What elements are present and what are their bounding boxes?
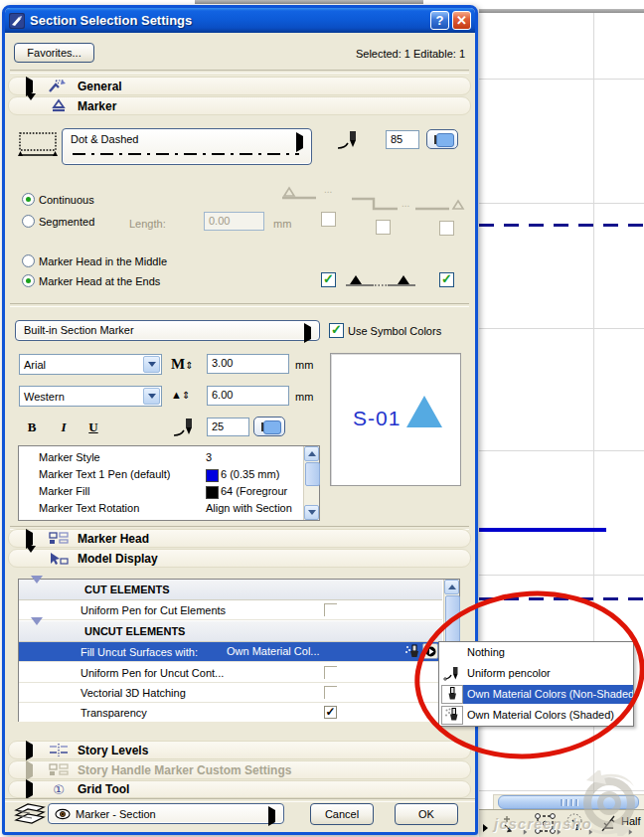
group-collapse-icon[interactable] xyxy=(31,584,43,595)
scroll-up-button[interactable] xyxy=(444,580,459,594)
chevron-right-icon xyxy=(26,533,40,545)
row-label: Uniform Pen for Cut Elements xyxy=(80,604,226,616)
underline-button[interactable]: U xyxy=(82,418,104,435)
svg-text:...: ... xyxy=(324,184,332,195)
grid-line xyxy=(479,450,644,451)
italic-button[interactable]: I xyxy=(53,418,75,435)
bold-label: B xyxy=(28,419,37,435)
scroll-up-button[interactable] xyxy=(304,446,319,461)
section-marker[interactable]: Marker xyxy=(8,96,471,115)
dropdown-arrow-icon[interactable] xyxy=(143,356,160,373)
head-ends-icon xyxy=(344,272,417,290)
segment-style-c-checkbox[interactable] xyxy=(439,221,454,236)
continuous-radio[interactable] xyxy=(22,193,35,206)
marker-size-icon: ▲⇕ xyxy=(171,389,190,401)
section-label: Story Handle Marker Custom Settings xyxy=(78,763,291,777)
vectorial-row[interactable]: Vectorial 3D Hatching xyxy=(19,683,442,703)
chevron-down-icon xyxy=(26,553,40,565)
popup-arrow-icon xyxy=(304,327,311,339)
font-size-input[interactable]: 3.00 xyxy=(207,354,289,374)
chevron-right-icon xyxy=(26,745,40,756)
marker-preview: S-01 xyxy=(330,353,461,486)
style-row-value[interactable]: 3 xyxy=(206,451,212,463)
section-grid-tool[interactable]: ① Grid Tool xyxy=(8,780,471,798)
group-label: CUT ELEMENTS xyxy=(84,584,170,595)
style-row-name[interactable]: Marker Text 1 Pen (default) xyxy=(39,468,170,480)
vectorial-checkbox[interactable] xyxy=(324,686,337,699)
cut-elements-group-row[interactable]: CUT ELEMENTS xyxy=(19,580,442,600)
toggle-color-chip xyxy=(263,420,281,434)
chevron-right-icon xyxy=(26,783,40,795)
head-ends-radio[interactable] xyxy=(22,274,35,287)
segmented-radio[interactable] xyxy=(22,215,35,228)
style-row-name[interactable]: Marker Text Rotation xyxy=(39,502,139,514)
style-row-value[interactable]: 64 (Foregrour xyxy=(221,485,287,497)
section-selection-settings-dialog: Section Selection Settings ? ✕ Favorites… xyxy=(2,5,478,835)
style-row-name[interactable]: Marker Fill xyxy=(39,485,89,497)
segment-style-a-icon: ... xyxy=(280,184,336,204)
marker-type-value: Built-in Section Marker xyxy=(24,324,134,336)
marker-size-input[interactable]: 6.00 xyxy=(207,386,289,406)
segment-style-b-checkbox[interactable] xyxy=(376,220,391,235)
section-general[interactable]: General xyxy=(8,77,471,95)
style-row-value[interactable]: 6 (0.35 mm) xyxy=(221,468,279,480)
font-script-value: Western xyxy=(24,391,65,403)
section-marker-head[interactable]: Marker Head xyxy=(8,529,471,548)
chevron-down-icon xyxy=(26,100,40,112)
use-symbol-colors-checkbox[interactable]: ✓ xyxy=(329,323,344,338)
layer-combo[interactable]: Marker - Section xyxy=(48,803,284,824)
head-middle-radio[interactable] xyxy=(22,254,35,267)
segment-style-a-checkbox[interactable] xyxy=(321,212,336,227)
font-script-select[interactable]: Western xyxy=(19,386,162,407)
line-pen-input[interactable]: 85 xyxy=(386,130,419,149)
text-pen-color-toggle[interactable] xyxy=(253,417,285,436)
row-label: Vectorial 3D Hatching xyxy=(80,687,186,699)
line-pen-color-toggle[interactable] xyxy=(426,129,458,149)
segment-style-c-icon xyxy=(413,195,469,215)
help-button[interactable]: ? xyxy=(430,11,449,30)
linetype-combo[interactable]: Dot & Dashed xyxy=(62,128,312,165)
transparency-checkbox[interactable]: ✓ xyxy=(324,706,337,719)
app-icon xyxy=(9,13,25,29)
row-value[interactable]: Own Material Col... xyxy=(227,645,320,657)
uniform-cut-row[interactable]: Uniform Pen for Cut Elements xyxy=(19,600,442,620)
general-icon xyxy=(48,79,70,93)
scrollbar-thumb[interactable] xyxy=(305,462,320,486)
style-row-value[interactable]: Align with Section xyxy=(206,502,292,514)
marker-type-combo[interactable]: Built-in Section Marker xyxy=(15,320,320,341)
font-family-select[interactable]: Arial xyxy=(19,354,162,375)
dropdown-arrow-icon[interactable] xyxy=(143,388,160,405)
chevron-right-icon xyxy=(26,764,40,776)
group-collapse-icon[interactable] xyxy=(31,625,43,637)
length-input[interactable]: 0.00 xyxy=(204,212,264,231)
section-label: Model Display xyxy=(78,552,158,566)
title-bar[interactable]: Section Selection Settings ? ✕ xyxy=(5,8,475,33)
text-pen-input[interactable]: 25 xyxy=(207,418,249,436)
uniform-uncut-row[interactable]: Uniform Pen for Uncut Cont... xyxy=(19,663,442,683)
uncut-elements-group-row[interactable]: UNCUT ELEMENTS xyxy=(19,621,442,642)
ok-button[interactable]: OK xyxy=(395,803,458,825)
scroll-down-button[interactable] xyxy=(304,505,319,520)
head-ends-label: Marker Head at the Ends xyxy=(39,275,160,287)
section-story-levels[interactable]: Story Levels xyxy=(8,741,471,759)
style-table-scrollbar[interactable] xyxy=(303,446,319,520)
head-left-checkbox[interactable]: ✓ xyxy=(321,272,336,287)
cancel-button[interactable]: Cancel xyxy=(310,803,374,825)
uniform-cut-checkbox[interactable] xyxy=(324,603,337,616)
section-model-display[interactable]: Model Display xyxy=(8,549,471,568)
transparency-row[interactable]: Transparency ✓ xyxy=(19,703,442,722)
favorites-button[interactable]: Favorites... xyxy=(14,43,94,63)
model-display-icon xyxy=(48,551,70,566)
style-row-name[interactable]: Marker Style xyxy=(39,451,100,463)
section-story-handle: Story Handle Marker Custom Settings xyxy=(8,760,471,779)
marker-style-table[interactable]: Marker Style 3 Marker Text 1 Pen (defaul… xyxy=(18,445,320,521)
toggle-color-chip xyxy=(436,133,454,147)
bold-button[interactable]: B xyxy=(21,418,43,435)
uniform-uncut-checkbox[interactable] xyxy=(324,666,337,679)
chevron-right-icon xyxy=(26,81,40,92)
flyout-arrow-icon[interactable] xyxy=(483,824,488,832)
model-display-table[interactable]: CUT ELEMENTS Uniform Pen for Cut Element… xyxy=(18,579,460,722)
close-button[interactable]: ✕ xyxy=(452,11,471,30)
head-right-checkbox[interactable]: ✓ xyxy=(439,272,454,287)
fill-uncut-row[interactable]: Fill Uncut Surfaces with: Own Material C… xyxy=(19,642,442,662)
